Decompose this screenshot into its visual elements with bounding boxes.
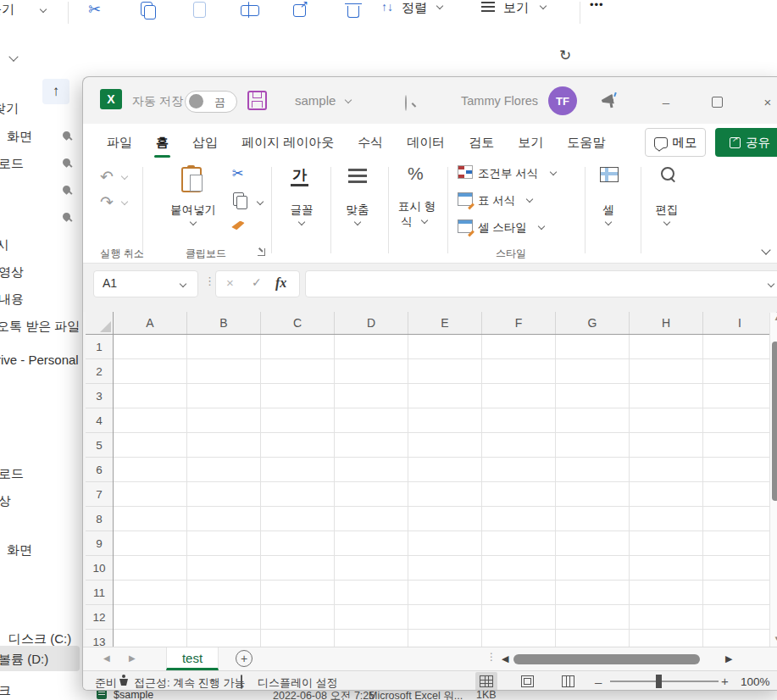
close-button[interactable]: × bbox=[754, 91, 777, 113]
name-box[interactable]: A1 bbox=[93, 270, 198, 297]
search-icon[interactable] bbox=[405, 95, 407, 111]
more-button[interactable]: ••• bbox=[590, 0, 604, 11]
select-all-button[interactable] bbox=[86, 312, 114, 334]
share-button[interactable]: 공유 bbox=[715, 128, 777, 157]
row-header-9[interactable]: 9 bbox=[86, 531, 113, 556]
ribbon-tab-홈[interactable]: 홈 bbox=[144, 127, 180, 158]
paste-button[interactable]: 붙여넣기 bbox=[159, 203, 227, 218]
up-button[interactable]: ↑ bbox=[42, 79, 69, 104]
sidebar-item[interactable]: 오톡 받은 파일 bbox=[0, 319, 80, 335]
tabbar-grip[interactable]: ⋮ bbox=[486, 651, 497, 663]
page-break-view-button[interactable] bbox=[557, 672, 579, 691]
row-header-5[interactable]: 5 bbox=[86, 433, 113, 458]
cells-dropdown-icon[interactable] bbox=[605, 219, 612, 225]
column-header-F[interactable]: F bbox=[482, 312, 556, 334]
rename-icon[interactable] bbox=[241, 2, 261, 20]
sheet-next-icon[interactable]: ▶ bbox=[129, 653, 136, 663]
new-button[interactable]: 만들기 bbox=[0, 2, 14, 18]
conditional-formatting-button[interactable]: 조건부 서식 bbox=[478, 166, 538, 181]
title-dropdown-icon[interactable] bbox=[345, 97, 352, 103]
save-icon[interactable] bbox=[247, 91, 267, 110]
collapse-ribbon-icon[interactable] bbox=[761, 245, 770, 254]
refresh-icon[interactable]: ↻ bbox=[559, 47, 571, 64]
sidebar-item[interactable]: 화면 bbox=[7, 542, 32, 558]
cut-icon[interactable]: ✂ bbox=[88, 0, 101, 19]
avatar[interactable]: TF bbox=[548, 86, 577, 115]
sidebar-item[interactable]: 찾기 bbox=[0, 101, 19, 117]
ribbon-tab-보기[interactable]: 보기 bbox=[506, 127, 555, 158]
sidebar-item[interactable]: 로드 bbox=[0, 466, 24, 482]
row-header-3[interactable]: 3 bbox=[86, 384, 113, 408]
chevron-down-icon[interactable] bbox=[8, 52, 18, 61]
sidebar-item[interactable]: 시 bbox=[0, 237, 9, 253]
paste-icon[interactable] bbox=[181, 167, 202, 192]
copy-icon[interactable] bbox=[141, 2, 158, 20]
cells-button[interactable]: 셀 bbox=[574, 203, 642, 218]
sidebar-item[interactable]: 상 bbox=[0, 493, 11, 509]
vertical-scrollbar[interactable]: ▲ ▼ bbox=[769, 313, 777, 647]
document-title[interactable]: sample bbox=[295, 93, 336, 108]
undo-button[interactable]: ↶ bbox=[100, 169, 114, 185]
row-header-11[interactable]: 11 bbox=[86, 581, 113, 605]
ribbon-tab-도움말[interactable]: 도움말 bbox=[555, 127, 617, 158]
hscroll-left-icon[interactable]: ◀ bbox=[502, 653, 508, 664]
ribbon-tab-수식[interactable]: 수식 bbox=[346, 127, 395, 158]
maximize-button[interactable] bbox=[703, 91, 730, 113]
ribbon-tab-검토[interactable]: 검토 bbox=[457, 127, 506, 158]
ribbon-tab-데이터[interactable]: 데이터 bbox=[395, 127, 457, 158]
hscroll-right-icon[interactable]: ▶ bbox=[725, 653, 732, 664]
copy-dropdown-icon[interactable] bbox=[257, 198, 264, 205]
share-icon[interactable]: ↗ bbox=[293, 2, 310, 20]
sidebar-item[interactable]: rive - Personal bbox=[0, 353, 79, 367]
enter-icon[interactable]: ✓ bbox=[252, 275, 262, 289]
format-painter-icon[interactable] bbox=[230, 220, 245, 231]
alignment-dropdown-icon[interactable] bbox=[354, 219, 361, 225]
format-as-table-dropdown-icon[interactable] bbox=[526, 196, 533, 203]
zoom-slider-thumb[interactable] bbox=[656, 675, 662, 688]
sidebar-item[interactable]: 화면 bbox=[7, 129, 32, 145]
ribbon-tab-삽입[interactable]: 삽입 bbox=[180, 127, 230, 158]
new-sheet-button[interactable]: + bbox=[236, 650, 253, 667]
undo-dropdown-icon[interactable] bbox=[121, 173, 128, 180]
cell-styles-button[interactable]: 셀 스타일 bbox=[478, 220, 527, 236]
delete-icon[interactable] bbox=[346, 2, 363, 20]
formula-bar-grip[interactable]: ⋮ bbox=[204, 275, 215, 287]
row-header-8[interactable]: 8 bbox=[86, 507, 113, 531]
row-header-7[interactable]: 7 bbox=[86, 482, 113, 507]
redo-button[interactable]: ↷ bbox=[100, 194, 114, 210]
ribbon-tab-페이지 레이아웃[interactable]: 페이지 레이아웃 bbox=[230, 127, 346, 158]
zoom-in-button[interactable]: + bbox=[721, 674, 729, 688]
name-box-dropdown-icon[interactable] bbox=[180, 281, 186, 287]
column-header-A[interactable]: A bbox=[114, 312, 187, 334]
row-header-13[interactable]: 13 bbox=[86, 630, 113, 647]
number-format-button-line2[interactable]: 식 bbox=[373, 214, 441, 230]
megaphone-icon[interactable] bbox=[602, 94, 617, 106]
column-header-D[interactable]: D bbox=[335, 312, 408, 334]
cut-icon[interactable]: ✂ bbox=[232, 165, 243, 181]
page-layout-view-button[interactable] bbox=[516, 672, 538, 691]
zoom-slider-track[interactable] bbox=[610, 681, 719, 682]
comments-button[interactable]: 메모 bbox=[645, 128, 706, 157]
copy-icon[interactable] bbox=[233, 192, 244, 206]
redo-dropdown-icon[interactable] bbox=[121, 198, 128, 205]
sheet-tab-test[interactable]: test bbox=[166, 647, 219, 670]
formula-input[interactable] bbox=[305, 270, 777, 297]
normal-view-button[interactable] bbox=[475, 672, 497, 691]
font-dropdown-icon[interactable] bbox=[298, 219, 305, 225]
zoom-out-button[interactable]: – bbox=[595, 675, 602, 689]
expand-formula-bar-icon[interactable] bbox=[768, 281, 774, 287]
ribbon-tab-파일[interactable]: 파일 bbox=[95, 127, 144, 158]
column-header-C[interactable]: C bbox=[261, 312, 335, 334]
format-as-table-button[interactable]: 표 서식 bbox=[478, 193, 515, 208]
sidebar-item[interactable]: 로드 bbox=[0, 156, 24, 172]
editing-button[interactable]: 편집 bbox=[633, 203, 701, 218]
sidebar-item[interactable]: 크 bbox=[0, 683, 11, 699]
sidebar-item[interactable]: 볼륨 (D:) bbox=[0, 652, 48, 668]
cell-grid[interactable] bbox=[114, 335, 769, 647]
conditional-formatting-dropdown-icon[interactable] bbox=[550, 169, 557, 175]
display-settings-button[interactable]: 디스플레이 설정 bbox=[258, 675, 338, 691]
view-button[interactable]: 보기 bbox=[503, 0, 529, 16]
vertical-scroll-thumb[interactable] bbox=[772, 342, 777, 501]
cell-styles-dropdown-icon[interactable] bbox=[538, 223, 545, 230]
column-header-I[interactable]: I bbox=[703, 312, 777, 334]
